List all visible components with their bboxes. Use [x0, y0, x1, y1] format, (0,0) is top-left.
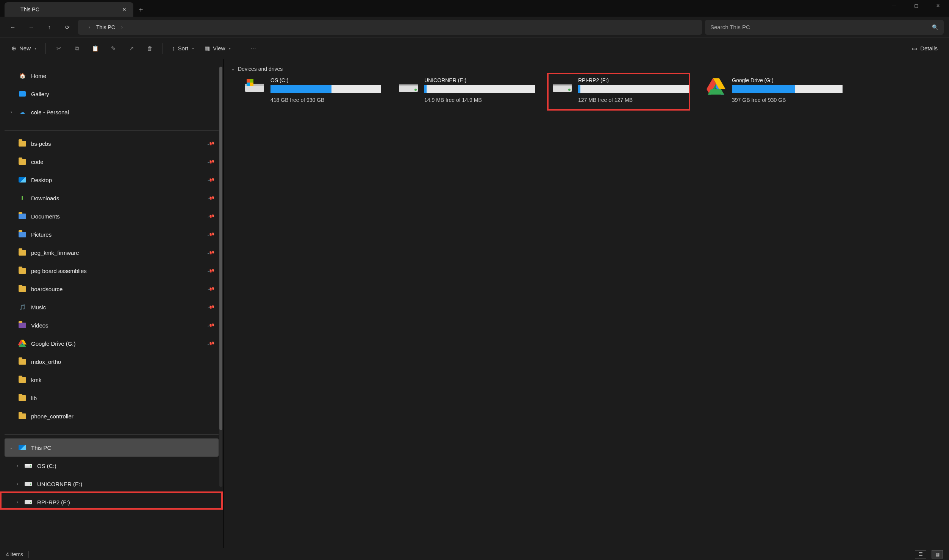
sidebar-item[interactable]: boardsource📌 [5, 280, 219, 298]
close-window-button[interactable]: ✕ [927, 0, 949, 11]
pin-icon: 📌 [207, 212, 215, 220]
sidebar-item[interactable]: Videos📌 [5, 316, 219, 334]
crumb-separator-icon: › [119, 25, 125, 30]
new-button[interactable]: ⊕ New ▾ [7, 41, 41, 56]
pin-icon: 📌 [207, 249, 215, 257]
sidebar-item-label: bs-pcbs [31, 140, 203, 147]
sidebar-item[interactable]: Desktop📌 [5, 171, 219, 189]
drive-name: OS (C:) [270, 77, 381, 83]
sidebar-item[interactable]: Gallery [5, 85, 219, 103]
more-button[interactable]: ⋯ [245, 41, 261, 56]
rename-button[interactable]: ✎ [105, 41, 122, 56]
sidebar-item-label: Music [31, 304, 203, 310]
expand-chevron-icon[interactable]: ⌄ [8, 445, 15, 450]
tab-close-button[interactable]: ✕ [120, 5, 129, 14]
main-split: 🏠HomeGallery›☁cole - Personal bs-pcbs📌co… [0, 59, 949, 548]
sidebar-item[interactable]: mdox_ortho [5, 353, 219, 371]
sidebar-item[interactable]: ›☁cole - Personal [5, 103, 219, 121]
tab-this-pc[interactable]: This PC ✕ [5, 2, 133, 17]
sidebar-item[interactable]: 🏠Home [5, 67, 219, 85]
os-drive-icon [24, 462, 33, 470]
minimize-button[interactable]: — [883, 0, 905, 11]
drive-icon [24, 480, 33, 488]
drive-tile[interactable]: OS (C:)418 GB free of 930 GB [242, 76, 383, 105]
refresh-button[interactable]: ⟳ [60, 20, 75, 35]
crumb-separator-icon: › [86, 25, 92, 30]
drive-free-text: 397 GB free of 930 GB [732, 97, 843, 103]
new-tab-button[interactable]: ＋ [133, 2, 149, 17]
view-button[interactable]: ▦ View ▾ [200, 41, 235, 56]
pin-icon: 📌 [207, 231, 215, 239]
onedrive-icon: ☁ [18, 108, 27, 116]
search-input[interactable] [710, 24, 932, 30]
sidebar-item[interactable]: Documents📌 [5, 207, 219, 225]
sidebar-item-label: OS (C:) [37, 463, 214, 469]
sidebar-item-this-pc[interactable]: ⌄This PC [5, 438, 219, 457]
sidebar-item[interactable]: bs-pcbs📌 [5, 134, 219, 153]
folder-icon [18, 394, 27, 402]
copy-button[interactable]: ⧉ [69, 41, 85, 56]
details-pane-button[interactable]: ▭ Details [907, 41, 942, 56]
command-toolbar: ⊕ New ▾ ✂ ⧉ 📋 ✎ ↗ 🗑 ↕ Sort ▾ ▦ View ▾ ⋯ … [0, 38, 949, 59]
sidebar-item[interactable]: peg_kmk_firmware📌 [5, 243, 219, 262]
drive-usage-fill [424, 85, 427, 93]
sidebar-item[interactable]: Google Drive (G:)📌 [5, 334, 219, 353]
sidebar-item[interactable]: Pictures📌 [5, 225, 219, 243]
details-pane-label: Details [920, 45, 938, 51]
title-bar: This PC ✕ ＋ — ▢ ✕ [0, 0, 949, 17]
sidebar-item[interactable]: lib [5, 389, 219, 407]
gallery-icon [18, 90, 27, 98]
sidebar-item-label: Gallery [31, 91, 214, 97]
tiles-view-toggle[interactable]: ▦ [932, 550, 943, 558]
drive-free-text: 14.9 MB free of 14.9 MB [424, 97, 535, 103]
search-box[interactable]: 🔍 [705, 20, 944, 35]
cut-button[interactable]: ✂ [50, 41, 67, 56]
sidebar-scrollbar[interactable] [219, 67, 222, 487]
os-drive-icon [244, 77, 265, 96]
sidebar-item[interactable]: phone_controller [5, 407, 219, 425]
paste-button[interactable]: 📋 [87, 41, 103, 56]
expand-chevron-icon[interactable]: › [14, 481, 21, 487]
details-view-toggle[interactable]: ☰ [915, 550, 926, 558]
back-button[interactable]: ← [5, 20, 20, 35]
drive-icon [398, 77, 419, 96]
sidebar-item[interactable]: kmk [5, 371, 219, 389]
svg-rect-3 [247, 79, 250, 83]
sidebar-item-label: Downloads [31, 195, 203, 201]
content-pane[interactable]: ⌄ Devices and drives OS (C:)418 GB free … [224, 59, 949, 548]
toolbar-divider [163, 43, 163, 54]
expand-chevron-icon[interactable]: › [8, 109, 15, 115]
sidebar-item[interactable]: ⬇Downloads📌 [5, 189, 219, 207]
drive-info: UNICORNER (E:)14.9 MB free of 14.9 MB [424, 77, 535, 103]
sidebar-item-label: lib [31, 395, 214, 401]
sidebar-item[interactable]: ›OS (C:) [5, 457, 219, 475]
drive-tile[interactable]: UNICORNER (E:)14.9 MB free of 14.9 MB [396, 76, 536, 105]
delete-button[interactable]: 🗑 [141, 41, 158, 56]
up-button[interactable]: ↑ [42, 20, 57, 35]
view-button-label: View [213, 45, 225, 51]
status-item-count: 4 items [6, 551, 23, 557]
group-header-label: Devices and drives [238, 66, 283, 72]
address-bar[interactable]: › This PC › [78, 20, 702, 35]
maximize-button[interactable]: ▢ [905, 0, 927, 11]
folder-icon [18, 357, 27, 366]
breadcrumb-this-pc[interactable]: This PC [96, 24, 115, 30]
drive-info: OS (C:)418 GB free of 930 GB [270, 77, 381, 103]
sidebar-item-label: peg_kmk_firmware [31, 250, 203, 256]
sidebar-item[interactable]: ›UNICORNER (E:) [5, 475, 219, 493]
sidebar-item-label: Videos [31, 322, 203, 329]
pin-icon: 📌 [207, 321, 215, 329]
sort-button[interactable]: ↕ Sort ▾ [167, 41, 199, 56]
sidebar-item[interactable]: code📌 [5, 153, 219, 171]
scrollbar-thumb[interactable] [219, 67, 222, 430]
share-button[interactable]: ↗ [123, 41, 140, 56]
toolbar-divider [45, 43, 46, 54]
forward-button[interactable]: → [23, 20, 39, 35]
expand-chevron-icon[interactable]: › [14, 463, 21, 468]
paste-icon: 📋 [92, 45, 99, 52]
sidebar-item-label: Home [31, 73, 214, 79]
drive-tile[interactable]: Google Drive (G:)397 GB free of 930 GB [704, 76, 844, 105]
sidebar-item[interactable]: peg board assemblies📌 [5, 262, 219, 280]
chevron-down-icon: ▾ [34, 46, 36, 50]
sidebar-item[interactable]: 🎵Music📌 [5, 298, 219, 316]
